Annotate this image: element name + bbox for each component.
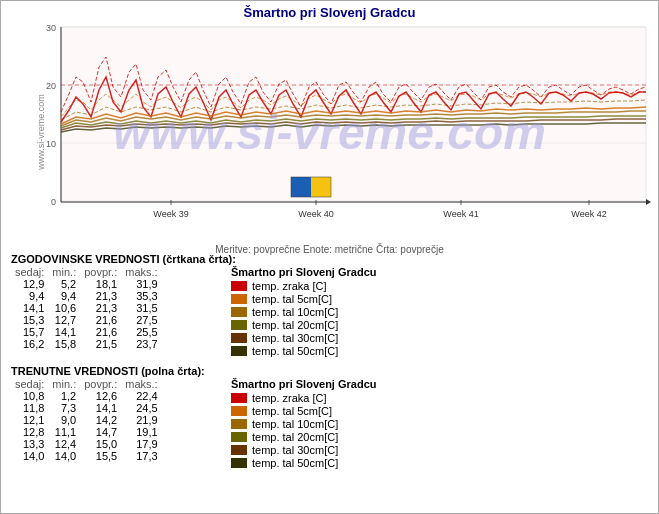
list-item: temp. tal 5cm[C] [231, 405, 451, 417]
h-r2-maks: 35,3 [121, 290, 161, 302]
curr-color-swatch-1 [231, 393, 247, 403]
curr-legend-label-1: temp. zraka [C] [252, 392, 327, 404]
list-item: temp. zraka [C] [231, 280, 451, 292]
svg-text:Week 39: Week 39 [153, 209, 188, 219]
h-r5-povpr: 21,6 [80, 326, 121, 338]
legend-label-4: temp. tal 20cm[C] [252, 319, 338, 331]
current-table: sedaj: min.: povpr.: maks.: 10,8 1,2 12,… [11, 378, 211, 470]
curr-color-swatch-3 [231, 419, 247, 429]
list-item: temp. tal 30cm[C] [231, 332, 451, 344]
color-swatch-1 [231, 281, 247, 291]
svg-marker-11 [646, 199, 651, 205]
current-header: TRENUTNE VREDNOSTI (polna črta): [11, 365, 648, 377]
h-r1-min: 5,2 [48, 278, 80, 290]
c-r5-povpr: 15,0 [80, 438, 121, 450]
c-r5-maks: 17,9 [121, 438, 161, 450]
list-item: temp. tal 5cm[C] [231, 293, 451, 305]
table-row: 14,0 14,0 15,5 17,3 [11, 450, 162, 462]
legend-label-2: temp. tal 5cm[C] [252, 293, 332, 305]
h-r3-sedaj: 14,1 [11, 302, 48, 314]
col-povpr-curr: povpr.: [80, 378, 121, 390]
c-r1-maks: 22,4 [121, 390, 161, 402]
color-swatch-5 [231, 333, 247, 343]
color-swatch-3 [231, 307, 247, 317]
curr-legend-label-5: temp. tal 30cm[C] [252, 444, 338, 456]
historical-legend: Šmartno pri Slovenj Gradcu temp. zraka [… [231, 266, 451, 358]
c-r4-povpr: 14,7 [80, 426, 121, 438]
col-povpr-hist: povpr.: [80, 266, 121, 278]
col-min-hist: min.: [48, 266, 80, 278]
table-row: 10,8 1,2 12,6 22,4 [11, 390, 162, 402]
legend-label-5: temp. tal 30cm[C] [252, 332, 338, 344]
chart-area: Šmartno pri Slovenj Gradcu www.si-vreme.… [1, 1, 658, 246]
col-maks-hist: maks.: [121, 266, 161, 278]
col-sedaj-curr: sedaj: [11, 378, 48, 390]
list-item: temp. tal 10cm[C] [231, 306, 451, 318]
curr-color-swatch-2 [231, 406, 247, 416]
h-r6-maks: 23,7 [121, 338, 161, 350]
table-row: 15,3 12,7 21,6 27,5 [11, 314, 162, 326]
c-r2-min: 7,3 [48, 402, 80, 414]
svg-text:30: 30 [46, 23, 56, 33]
h-r3-povpr: 21,3 [80, 302, 121, 314]
c-r3-povpr: 14,2 [80, 414, 121, 426]
list-item: temp. tal 20cm[C] [231, 431, 451, 443]
curr-legend-label-2: temp. tal 5cm[C] [252, 405, 332, 417]
h-r5-maks: 25,5 [121, 326, 161, 338]
c-r6-min: 14,0 [48, 450, 80, 462]
svg-text:0: 0 [51, 197, 56, 207]
c-r1-min: 1,2 [48, 390, 80, 402]
h-r5-sedaj: 15,7 [11, 326, 48, 338]
curr-color-swatch-6 [231, 458, 247, 468]
h-r3-maks: 31,5 [121, 302, 161, 314]
current-legend: Šmartno pri Slovenj Gradcu temp. zraka [… [231, 378, 451, 470]
h-r4-maks: 27,5 [121, 314, 161, 326]
h-r2-min: 9,4 [48, 290, 80, 302]
h-r2-sedaj: 9,4 [11, 290, 48, 302]
h-r1-maks: 31,9 [121, 278, 161, 290]
current-legend-title: Šmartno pri Slovenj Gradcu [231, 378, 451, 390]
curr-legend-label-4: temp. tal 20cm[C] [252, 431, 338, 443]
table-row: 15,7 14,1 21,6 25,5 [11, 326, 162, 338]
svg-text:20: 20 [46, 81, 56, 91]
chart-subtitle: Meritve: povprečne Enote: metrične Črta:… [1, 242, 658, 257]
col-maks-curr: maks.: [121, 378, 161, 390]
curr-color-swatch-4 [231, 432, 247, 442]
c-r4-sedaj: 12,8 [11, 426, 48, 438]
chart-svg-container: www.si-vreme.com www.si-vreme.com 30 20 … [1, 22, 658, 242]
c-r6-sedaj: 14,0 [11, 450, 48, 462]
curr-legend-label-3: temp. tal 10cm[C] [252, 418, 338, 430]
table-row: 11,8 7,3 14,1 24,5 [11, 402, 162, 414]
h-r4-sedaj: 15,3 [11, 314, 48, 326]
c-r2-maks: 24,5 [121, 402, 161, 414]
chart-svg: 30 20 10 0 Week 39 Week 40 Week 41 Week … [21, 22, 659, 232]
h-r4-min: 12,7 [48, 314, 80, 326]
h-r5-min: 14,1 [48, 326, 80, 338]
historical-data-wrapper: sedaj: min.: povpr.: maks.: 12,9 5,2 18,… [11, 266, 648, 358]
h-r6-min: 15,8 [48, 338, 80, 350]
c-r3-sedaj: 12,1 [11, 414, 48, 426]
color-swatch-6 [231, 346, 247, 356]
historical-legend-title: Šmartno pri Slovenj Gradcu [231, 266, 451, 278]
table-row: 12,9 5,2 18,1 31,9 [11, 278, 162, 290]
h-r6-sedaj: 16,2 [11, 338, 48, 350]
list-item: temp. tal 20cm[C] [231, 319, 451, 331]
c-r4-maks: 19,1 [121, 426, 161, 438]
c-r3-maks: 21,9 [121, 414, 161, 426]
table-row: 12,8 11,1 14,7 19,1 [11, 426, 162, 438]
table-row: 16,2 15,8 21,5 23,7 [11, 338, 162, 350]
list-item: temp. tal 50cm[C] [231, 457, 451, 469]
svg-rect-20 [291, 177, 311, 197]
data-section: ZGODOVINSKE VREDNOSTI (črtkana črta): se… [1, 246, 658, 513]
svg-rect-21 [311, 177, 331, 197]
h-r1-sedaj: 12,9 [11, 278, 48, 290]
curr-legend-label-6: temp. tal 50cm[C] [252, 457, 338, 469]
c-r1-povpr: 12,6 [80, 390, 121, 402]
h-r1-povpr: 18,1 [80, 278, 121, 290]
c-r1-sedaj: 10,8 [11, 390, 48, 402]
h-r4-povpr: 21,6 [80, 314, 121, 326]
color-swatch-4 [231, 320, 247, 330]
c-r2-povpr: 14,1 [80, 402, 121, 414]
h-r3-min: 10,6 [48, 302, 80, 314]
color-swatch-2 [231, 294, 247, 304]
